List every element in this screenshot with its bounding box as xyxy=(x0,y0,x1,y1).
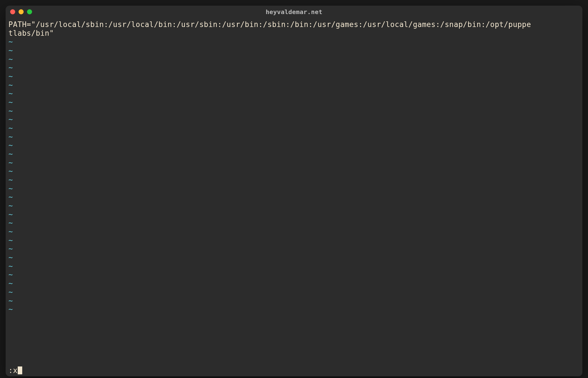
window-title: heyvaldemar.net xyxy=(6,8,582,15)
empty-line-marker: ~ xyxy=(8,270,580,279)
empty-line-marker: ~ xyxy=(8,132,580,141)
empty-line-marker: ~ xyxy=(8,193,580,201)
empty-line-marker: ~ xyxy=(8,167,580,176)
empty-line-marker: ~ xyxy=(8,219,580,227)
empty-line-marker: ~ xyxy=(8,279,580,288)
empty-lines: ~~~~~~~~~~~~~~~~~~~~~~~~~~~~~~~~ xyxy=(8,37,580,366)
empty-line-marker: ~ xyxy=(8,176,580,184)
empty-line-marker: ~ xyxy=(8,72,580,81)
terminal-body[interactable]: PATH="/usr/local/sbin:/usr/local/bin:/us… xyxy=(6,18,582,376)
empty-line-marker: ~ xyxy=(8,63,580,72)
editor-line-2: tlabs/bin" xyxy=(8,29,54,37)
minimize-icon[interactable] xyxy=(19,9,24,14)
empty-line-marker: ~ xyxy=(8,184,580,193)
empty-line-marker: ~ xyxy=(8,158,580,167)
empty-line-marker: ~ xyxy=(8,262,580,271)
vim-command-line[interactable]: :x xyxy=(8,366,580,377)
editor-line-1: PATH="/usr/local/sbin:/usr/local/bin:/us… xyxy=(8,20,531,29)
vim-command-text: :x xyxy=(8,366,17,375)
empty-line-marker: ~ xyxy=(8,55,580,64)
empty-line-marker: ~ xyxy=(8,201,580,210)
empty-line-marker: ~ xyxy=(8,305,580,314)
empty-line-marker: ~ xyxy=(8,81,580,89)
empty-line-marker: ~ xyxy=(8,46,580,55)
terminal-window: heyvaldemar.net PATH="/usr/local/sbin:/u… xyxy=(6,6,582,376)
maximize-icon[interactable] xyxy=(27,9,32,14)
empty-line-marker: ~ xyxy=(8,236,580,245)
empty-line-marker: ~ xyxy=(8,296,580,305)
empty-line-marker: ~ xyxy=(8,210,580,219)
traffic-lights xyxy=(10,9,32,14)
empty-line-marker: ~ xyxy=(8,244,580,253)
empty-line-marker: ~ xyxy=(8,253,580,262)
empty-line-marker: ~ xyxy=(8,141,580,150)
close-icon[interactable] xyxy=(10,9,15,14)
empty-line-marker: ~ xyxy=(8,150,580,158)
empty-line-marker: ~ xyxy=(8,288,580,296)
editor-content: PATH="/usr/local/sbin:/usr/local/bin:/us… xyxy=(8,20,580,37)
empty-line-marker: ~ xyxy=(8,115,580,124)
window-titlebar: heyvaldemar.net xyxy=(6,6,582,18)
cursor-icon xyxy=(18,366,22,374)
empty-line-marker: ~ xyxy=(8,89,580,98)
empty-line-marker: ~ xyxy=(8,98,580,107)
empty-line-marker: ~ xyxy=(8,124,580,132)
empty-line-marker: ~ xyxy=(8,37,580,46)
empty-line-marker: ~ xyxy=(8,107,580,115)
empty-line-marker: ~ xyxy=(8,227,580,236)
